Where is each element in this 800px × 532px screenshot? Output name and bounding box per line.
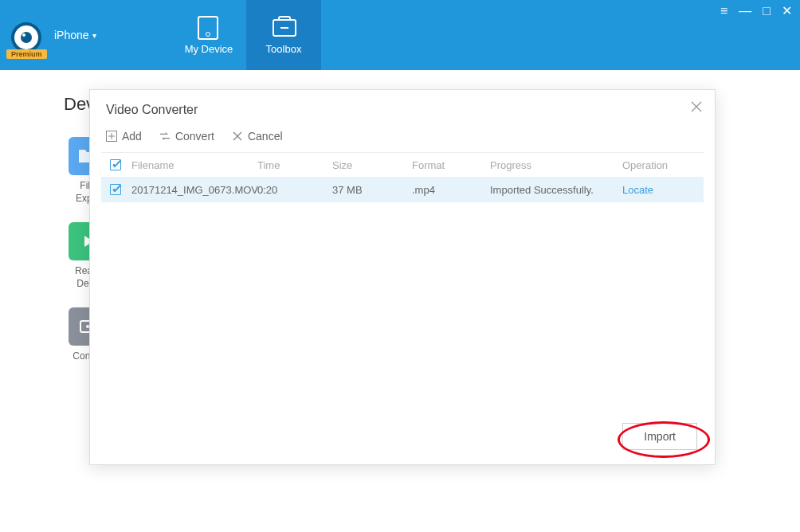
chevron-down-icon: ▾ bbox=[92, 31, 96, 40]
minimize-icon[interactable]: ― bbox=[739, 5, 751, 18]
col-progress: Progress bbox=[490, 159, 622, 171]
cell-progress: Imported Successfully. bbox=[490, 184, 622, 196]
col-filename: Filename bbox=[130, 159, 257, 171]
col-operation: Operation bbox=[622, 159, 704, 171]
cancel-button[interactable]: Cancel bbox=[232, 130, 283, 143]
logo-area: Premium iPhone ▾ bbox=[0, 0, 171, 70]
cell-format: .mp4 bbox=[412, 184, 490, 196]
nav-tabs: My Device Toolbox bbox=[171, 0, 321, 70]
toolbox-icon bbox=[273, 19, 296, 37]
plus-icon bbox=[106, 131, 117, 142]
app-header: Premium iPhone ▾ My Device Toolbox ≡ ― □… bbox=[0, 0, 800, 70]
app-logo: Premium bbox=[6, 16, 45, 54]
modal-footer: Import bbox=[622, 423, 697, 450]
table-row[interactable]: 20171214_IMG_0673.MOV 0:20 37 MB .mp4 Im… bbox=[101, 177, 704, 202]
video-converter-modal: Video Converter Add Convert Cancel F bbox=[89, 89, 716, 465]
tablet-icon bbox=[198, 16, 218, 40]
tab-label: Toolbox bbox=[266, 43, 302, 55]
tab-toolbox[interactable]: Toolbox bbox=[246, 0, 321, 70]
tab-label: My Device bbox=[185, 43, 233, 55]
menu-icon[interactable]: ≡ bbox=[720, 5, 727, 18]
file-table: Filename Time Size Format Progress Opera… bbox=[101, 152, 704, 202]
premium-badge: Premium bbox=[6, 49, 47, 59]
locate-link[interactable]: Locate bbox=[622, 184, 704, 196]
cell-size: 37 MB bbox=[332, 184, 412, 196]
col-time: Time bbox=[257, 159, 332, 171]
close-icon[interactable]: ✕ bbox=[782, 5, 792, 18]
modal-toolbar: Add Convert Cancel bbox=[90, 127, 715, 152]
select-all-checkbox[interactable] bbox=[110, 159, 121, 170]
row-checkbox[interactable] bbox=[110, 184, 121, 195]
table-header: Filename Time Size Format Progress Opera… bbox=[101, 153, 704, 177]
cell-time: 0:20 bbox=[257, 184, 332, 196]
convert-icon bbox=[159, 131, 171, 142]
modal-close-button[interactable] bbox=[691, 101, 702, 115]
modal-title: Video Converter bbox=[90, 90, 715, 127]
tab-my-device[interactable]: My Device bbox=[171, 0, 246, 70]
maximize-icon[interactable]: □ bbox=[763, 5, 771, 18]
add-button[interactable]: Add bbox=[106, 130, 142, 143]
cancel-icon bbox=[232, 131, 243, 142]
device-selector[interactable]: iPhone ▾ bbox=[54, 29, 96, 41]
col-size: Size bbox=[332, 159, 412, 171]
col-format: Format bbox=[412, 159, 490, 171]
import-button[interactable]: Import bbox=[622, 423, 697, 450]
convert-button[interactable]: Convert bbox=[159, 130, 214, 143]
cell-filename: 20171214_IMG_0673.MOV bbox=[130, 184, 257, 196]
device-label-text: iPhone bbox=[54, 29, 89, 41]
window-controls: ≡ ― □ ✕ bbox=[720, 5, 792, 18]
